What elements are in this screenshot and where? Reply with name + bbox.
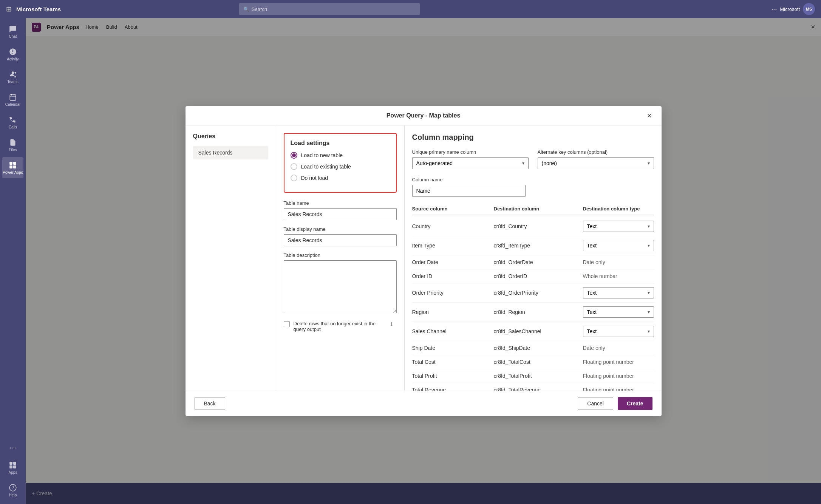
mapping-controls: Unique primary name column Auto-generate… (412, 149, 654, 169)
source-column-cell: Ship Date (412, 345, 488, 351)
destination-column-cell: cr8fd_OrderDate (494, 259, 577, 265)
teams-content: PA Power Apps Home Build About × Power Q… (26, 18, 821, 504)
sidebar-item-teams[interactable]: Teams (2, 66, 23, 88)
sidebar-item-calls[interactable]: Calls (2, 112, 23, 133)
nav-label-activity: Activity (7, 57, 19, 61)
more-options-icon[interactable]: ··· (771, 5, 777, 13)
alternate-key-dropdown[interactable]: (none) ▾ (538, 157, 654, 169)
table-row: Ship Datecr8fd_ShipDateDate only (412, 341, 654, 355)
table-row: Order Datecr8fd_OrderDateDate only (412, 255, 654, 269)
mapping-rows-container: Countrycr8fd_CountryText▾Item Typecr8fd_… (412, 217, 654, 391)
radio-circle-new-table (291, 152, 297, 159)
delete-rows-checkbox[interactable] (284, 321, 290, 327)
alternate-key-label: Alternate key columns (optional) (538, 149, 654, 155)
col-header-destination: Destination column (494, 206, 577, 212)
back-button[interactable]: Back (195, 397, 225, 410)
table-display-name-input[interactable] (284, 234, 397, 246)
type-label: Text (587, 309, 597, 315)
create-button[interactable]: Create (618, 397, 652, 410)
teams-grid-icon[interactable]: ⊞ (6, 5, 12, 13)
destination-type-cell[interactable]: Text▾ (583, 240, 654, 251)
table-description-textarea[interactable] (284, 260, 397, 313)
type-label: Text (587, 328, 597, 334)
destination-type-cell[interactable]: Text▾ (583, 306, 654, 318)
destination-column-cell: cr8fd_TotalRevenue (494, 387, 577, 391)
radio-load-existing-table[interactable]: Load to existing table (291, 163, 390, 170)
radio-label-existing-table: Load to existing table (301, 164, 351, 170)
sidebar-item-apps[interactable]: Apps (2, 457, 23, 478)
sidebar-item-calendar[interactable]: Calendar (2, 89, 23, 110)
nav-label-powerapps: Power Apps (3, 170, 23, 175)
svg-rect-9 (13, 462, 16, 465)
unique-primary-label: Unique primary name column (412, 149, 529, 155)
type-label: Text (587, 243, 597, 249)
nav-label-files: Files (9, 148, 17, 152)
unique-primary-dropdown[interactable]: Auto-generated ▾ (412, 157, 529, 169)
chevron-down-icon-alt: ▾ (648, 161, 650, 166)
query-item-sales-records[interactable]: Sales Records (193, 146, 268, 159)
chevron-down-icon: ▾ (648, 329, 650, 334)
table-row: Order Prioritycr8fd_OrderPriorityText▾ (412, 283, 654, 303)
destination-type-cell: Floating point number (583, 373, 654, 379)
destination-type-cell[interactable]: Text▾ (583, 221, 654, 232)
sidebar-item-activity[interactable]: Activity (2, 44, 23, 65)
destination-type-cell[interactable]: Text▾ (583, 326, 654, 337)
source-column-cell: Total Cost (412, 359, 488, 365)
queries-panel: Queries Sales Records (186, 125, 276, 391)
modal-header: Power Query - Map tables × (186, 106, 662, 125)
sidebar-item-help[interactable]: ? Help (2, 480, 23, 501)
destination-type-cell: Date only (583, 259, 654, 265)
table-description-label: Table description (284, 252, 397, 258)
table-name-input[interactable] (284, 208, 397, 220)
nav-label-chat: Chat (9, 34, 17, 39)
modal-title: Power Query - Map tables (387, 112, 461, 119)
column-mapping-panel: Column mapping Unique primary name colum… (405, 125, 662, 391)
modal-dialog: Power Query - Map tables × Queries Sales… (186, 106, 662, 416)
table-display-name-group: Table display name (284, 226, 397, 246)
column-name-group: Column name (412, 177, 654, 197)
avatar[interactable]: MS (803, 3, 815, 15)
radio-do-not-load[interactable]: Do not load (291, 175, 390, 181)
source-column-cell: Total Profit (412, 373, 488, 379)
chevron-down-icon: ▾ (648, 290, 650, 295)
svg-rect-10 (9, 465, 12, 468)
table-name-label: Table name (284, 200, 397, 206)
modal-body: Queries Sales Records Load settings Load… (186, 125, 662, 391)
col-header-source: Source column (412, 206, 488, 212)
load-settings-title: Load settings (291, 140, 390, 147)
modal-overlay: Power Query - Map tables × Queries Sales… (26, 18, 821, 504)
chevron-down-icon: ▾ (522, 161, 524, 166)
radio-label-new-table: Load to new table (301, 152, 343, 158)
sidebar-item-chat[interactable]: Chat (2, 21, 23, 42)
unique-primary-value: Auto-generated (416, 160, 453, 166)
queries-title: Queries (193, 133, 268, 140)
destination-type-cell: Floating point number (583, 387, 654, 391)
destination-column-cell: cr8fd_SalesChannel (494, 328, 577, 334)
sidebar-item-files[interactable]: Files (2, 135, 23, 156)
chevron-down-icon: ▾ (648, 309, 650, 315)
teams-main: Chat Activity Teams Calendar Calls Files (0, 18, 821, 504)
destination-type-cell[interactable]: Text▾ (583, 287, 654, 298)
table-row: Total Revenuecr8fd_TotalRevenueFloating … (412, 383, 654, 391)
destination-type-cell: Floating point number (583, 359, 654, 365)
sidebar-item-powerapps[interactable]: Power Apps (2, 157, 23, 178)
column-name-input[interactable] (412, 185, 526, 197)
info-icon[interactable]: ℹ (391, 321, 397, 327)
source-column-cell: Item Type (412, 243, 488, 249)
more-apps-icon[interactable]: ··· (6, 440, 19, 456)
table-row: Regioncr8fd_RegionText▾ (412, 303, 654, 322)
app-title: Microsoft Teams (16, 6, 61, 12)
radio-load-new-table[interactable]: Load to new table (291, 152, 390, 159)
cancel-button[interactable]: Cancel (578, 397, 613, 410)
mapping-table-header: Source column Destination column Destina… (412, 203, 654, 215)
chevron-down-icon: ▾ (648, 224, 650, 229)
search-bar[interactable]: 🔍 (239, 3, 420, 15)
destination-column-cell: cr8fd_Region (494, 309, 577, 315)
load-settings-panel: Load settings Load to new table Load to … (276, 125, 405, 391)
delete-rows-row: Delete rows that no longer exist in the … (284, 321, 397, 332)
nav-label-apps: Apps (9, 470, 17, 475)
source-column-cell: Region (412, 309, 488, 315)
modal-close-button[interactable]: × (643, 110, 656, 122)
svg-rect-5 (13, 162, 16, 165)
search-input[interactable] (252, 6, 416, 12)
